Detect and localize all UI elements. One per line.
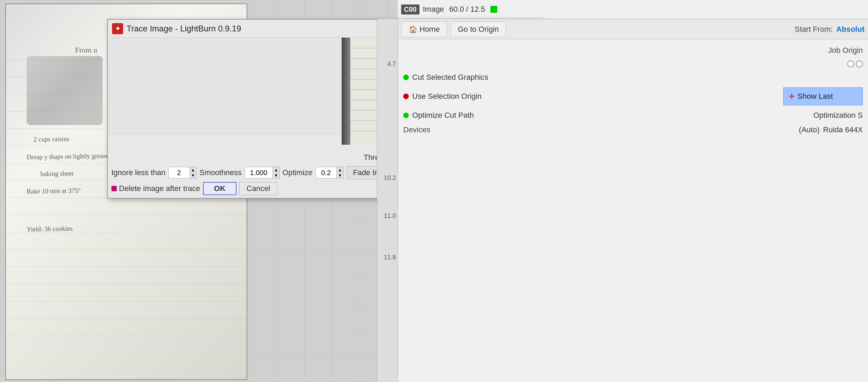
home-icon: 🏠	[409, 25, 417, 34]
optimize-up-button[interactable]: ▲	[336, 167, 343, 173]
top-toolbar: C00 Image 60.0 / 12.5	[398, 0, 868, 19]
dark-bar	[342, 38, 350, 145]
fruit-bowl-image	[27, 56, 103, 125]
optimize-cut-label: Optimize Cut Path	[412, 111, 474, 120]
notebook-line	[6, 284, 247, 284]
right-panel: 🏠 Home Go to Origin Start From: Absolut …	[398, 19, 868, 382]
smoothness-up-button[interactable]: ▲	[273, 167, 279, 173]
ruler-right: 4.7 10.2 11.0 11.8	[377, 19, 398, 382]
job-origin-radios	[401, 58, 865, 70]
device-selection: (Auto) Ruida 644X	[799, 125, 863, 134]
notebook-line	[6, 215, 247, 215]
notebook-line	[6, 336, 247, 336]
c00-badge: C00	[401, 4, 419, 15]
recipe-line-3: baking sheet	[40, 170, 74, 178]
recipe-line-2: Dreap y thaps on lightly greased	[27, 152, 112, 161]
cut-selected-indicator	[403, 75, 409, 80]
ignore-spin-buttons: ▲ ▼	[190, 167, 196, 178]
smoothness-spinbox[interactable]: 1.000 ▲ ▼	[244, 167, 280, 179]
use-selection-row: Use Selection Origin ✛ Show Last	[401, 85, 865, 108]
auto-text: (Auto)	[799, 125, 820, 134]
optimize-cut-group: Optimize Cut Path	[403, 111, 474, 120]
ruler-mark-4-7: 4.7	[387, 60, 396, 68]
show-last-label: Show Last	[797, 92, 833, 101]
optimize-input[interactable]: 0.2	[316, 167, 336, 178]
dialog-title: Trace Image - LightBurn 0.9.19	[127, 24, 241, 34]
smoothness-label: Smoothness	[200, 168, 242, 177]
optimize-spin-buttons: ▲ ▼	[336, 167, 343, 178]
dialog-icon-text: ✦	[115, 25, 120, 32]
notebook-line	[6, 318, 247, 319]
image-label: Image	[423, 5, 444, 14]
ruler-mark-10-2: 10.2	[384, 174, 396, 182]
notebook-line	[6, 267, 247, 267]
cut-selected-row: Cut Selected Graphics	[401, 70, 865, 85]
ignore-label: Ignore less than	[111, 168, 166, 177]
optimization-s-text: Optimization S	[813, 111, 863, 120]
ignore-spinbox[interactable]: 2 ▲ ▼	[168, 167, 197, 179]
use-selection-label: Use Selection Origin	[412, 92, 482, 101]
ignore-up-button[interactable]: ▲	[190, 167, 196, 173]
optimize-spinbox[interactable]: 0.2 ▲ ▼	[315, 167, 344, 179]
start-from-label: Start From:	[795, 25, 833, 34]
devices-label: Devices	[403, 125, 430, 134]
image-value: 60.0 / 12.5	[449, 5, 485, 14]
optimize-cut-indicator	[403, 113, 409, 118]
optimize-down-button[interactable]: ▼	[336, 173, 343, 178]
optimize-cut-row: Optimize Cut Path Optimization S	[401, 108, 865, 123]
recipe-line-4: Bake 10 min at 375°	[27, 187, 81, 195]
job-origin-row: Job Origin	[401, 43, 865, 58]
absolute-text: Absolut	[836, 25, 865, 34]
smoothness-input[interactable]: 1.000	[245, 167, 273, 178]
show-last-button[interactable]: ✛ Show Last	[783, 87, 863, 105]
connection-indicator	[490, 6, 497, 13]
recipe-line-1: 2 cups raisins	[34, 135, 70, 143]
job-origin-radio-2[interactable]	[856, 60, 863, 67]
delete-after-trace-group: Delete image after trace	[111, 184, 200, 193]
ruler-mark-11-0: 11.0	[384, 212, 396, 220]
smoothness-spin-buttons: ▲ ▼	[273, 167, 279, 178]
recipe-header: From u	[75, 46, 97, 55]
go-to-origin-button[interactable]: Go to Origin	[451, 21, 506, 37]
ruida-text: Ruida 644X	[823, 125, 863, 134]
right-panel-nav: 🏠 Home Go to Origin Start From: Absolut	[398, 19, 868, 40]
optimize-label: Optimize	[283, 168, 313, 177]
use-selection-indicator	[403, 94, 409, 99]
home-button[interactable]: 🏠 Home	[401, 21, 447, 37]
notebook-line	[6, 301, 247, 302]
recipe-line-5: Yield: 36 cookies	[27, 225, 73, 233]
cancel-button[interactable]: Cancel	[239, 182, 277, 195]
devices-row: Devices (Auto) Ruida 644X	[401, 123, 865, 137]
ruler-mark-11-8: 11.8	[384, 254, 396, 261]
home-button-label: Home	[419, 25, 440, 34]
delete-after-trace-checkbox[interactable]	[111, 186, 117, 191]
go-to-origin-label: Go to Origin	[458, 25, 499, 34]
dialog-app-icon: ✦	[112, 23, 123, 34]
ignore-input[interactable]: 2	[169, 167, 190, 178]
use-selection-group: Use Selection Origin	[403, 92, 482, 101]
job-origin-label: Job Origin	[828, 46, 863, 55]
ok-button[interactable]: OK	[203, 182, 237, 195]
delete-after-trace-label: Delete image after trace	[119, 184, 200, 193]
notebook-line	[6, 249, 247, 250]
job-origin-radio-1[interactable]	[847, 60, 854, 67]
crosshair-icon: ✛	[789, 92, 795, 101]
cut-selected-label: Cut Selected Graphics	[412, 73, 488, 82]
smoothness-down-button[interactable]: ▼	[273, 173, 279, 178]
right-panel-body: Job Origin Cut Selected Graphics Use Sel…	[398, 40, 868, 141]
ignore-down-button[interactable]: ▼	[190, 173, 196, 178]
